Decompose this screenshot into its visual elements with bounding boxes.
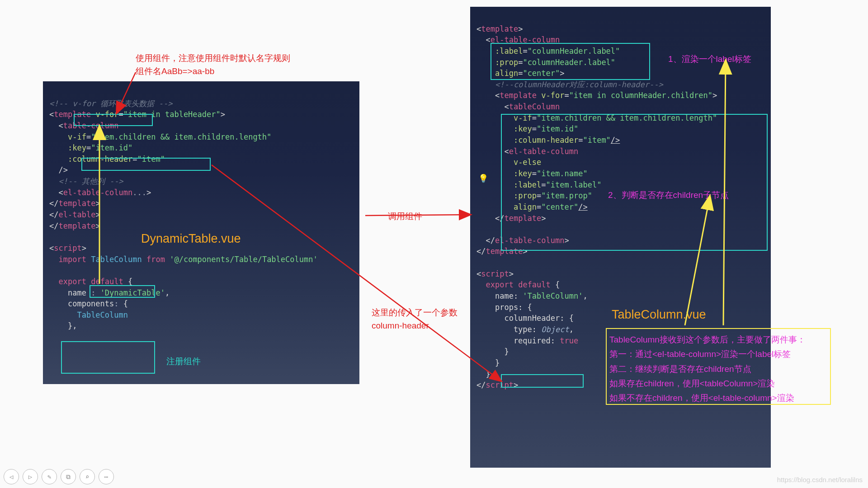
annotation-component-rule: 使用组件，注意使用组件时默认名字规则 组件名AaBb=>aa-bb — [136, 52, 290, 78]
annotation-param: 这里的传入了一个参数 column-header — [372, 306, 458, 332]
annotation-step1: 1、渲染一个label标签 — [668, 53, 751, 66]
watermark: https://blog.csdn.net/loralilns — [777, 476, 863, 483]
toolbar-prev-icon[interactable]: ◁ — [4, 469, 19, 484]
annotation-call-component: 调用组件 — [388, 210, 422, 223]
toolbar-pen-icon[interactable]: ✎ — [42, 469, 57, 484]
toolbar-zoom-icon[interactable]: ⌕ — [80, 469, 95, 484]
annotation-register: 注册组件 — [166, 355, 201, 368]
viewer-toolbar: ◁ ▷ ✎ ⧉ ⌕ ⋯ — [4, 469, 114, 484]
lightbulb-icon: 💡 — [478, 174, 488, 183]
label-tablecolumn: TableColumn.vue — [612, 305, 706, 324]
toolbar-more-icon[interactable]: ⋯ — [99, 469, 114, 484]
label-dynamictable: DynamicTable.vue — [141, 230, 241, 248]
toolbar-next-icon[interactable]: ▷ — [23, 469, 38, 484]
toolbar-copy-icon[interactable]: ⧉ — [61, 469, 76, 484]
annotation-explanation: TableColumn接收到这个参数后，主要做了两件事： 第一：通过<el-ta… — [609, 333, 826, 405]
annotation-step2: 2、判断是否存在children子节点 — [608, 189, 729, 202]
